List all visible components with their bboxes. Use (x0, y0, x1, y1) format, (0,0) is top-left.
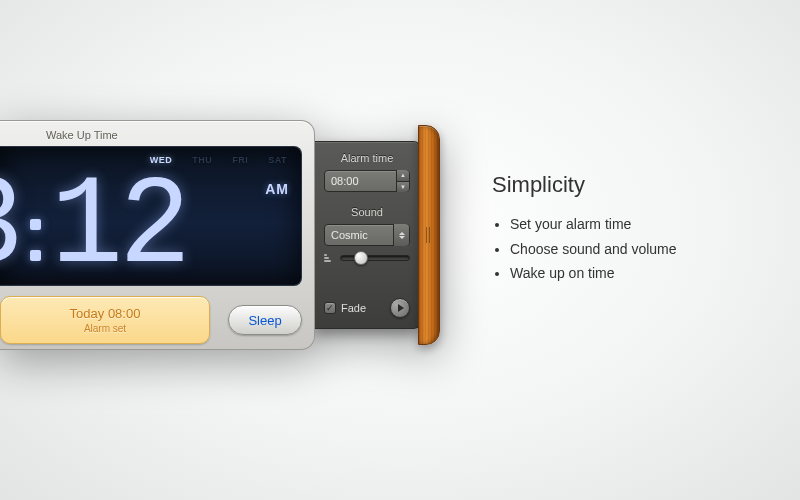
marketing-bullet-3: Wake up on time (510, 261, 677, 286)
fade-label: Fade (341, 302, 366, 314)
alarm-status-pill[interactable]: Today 08:00 Alarm set (0, 296, 210, 344)
alarm-status-main: Today 08:00 (70, 306, 141, 321)
sound-label: Sound (324, 206, 410, 218)
marketing-list: Set your alarm time Choose sound and vol… (492, 212, 677, 286)
volume-thumb[interactable] (354, 251, 368, 265)
ampm-indicator: AM (265, 181, 289, 197)
settings-drawer: Alarm time 08:00 ▲ ▼ Sound Cosmic ✓ Fade (315, 141, 420, 329)
alarm-clock-widget: Wake Up Time WED THU FRI SAT 3 12 AM Tod… (0, 120, 440, 350)
hour-digit: 3 (0, 177, 20, 278)
clock-body: Wake Up Time WED THU FRI SAT 3 12 AM Tod… (0, 120, 315, 350)
drawer-bottom-row: ✓ Fade (324, 298, 410, 318)
weekday-sat: SAT (268, 155, 287, 165)
marketing-panel: Simplicity Set your alarm time Choose so… (492, 172, 677, 286)
alarm-time-field[interactable]: 08:00 ▲ ▼ (324, 170, 410, 192)
drawer-handle[interactable] (418, 125, 440, 345)
marketing-bullet-1: Set your alarm time (510, 212, 677, 237)
stepper-down[interactable]: ▼ (397, 182, 409, 193)
time-colon (20, 219, 51, 275)
play-button[interactable] (390, 298, 410, 318)
marketing-bullet-2: Choose sound and volume (510, 237, 677, 262)
fade-checkbox[interactable]: ✓ Fade (324, 302, 366, 314)
sound-value: Cosmic (331, 229, 368, 241)
time-digits: 3 12 (0, 147, 197, 285)
checkbox-icon: ✓ (324, 302, 336, 314)
sleep-button-label: Sleep (248, 313, 281, 328)
sleep-button[interactable]: Sleep (228, 305, 302, 335)
volume-slider[interactable] (340, 255, 410, 261)
alarm-time-stepper[interactable]: ▲ ▼ (396, 170, 409, 192)
alarm-time-value: 08:00 (331, 175, 359, 187)
stepper-up[interactable]: ▲ (397, 170, 409, 182)
volume-row (324, 254, 410, 262)
clock-bottom-row: Today 08:00 Alarm set Sleep (0, 296, 302, 344)
alarm-time-label: Alarm time (324, 152, 410, 164)
chevron-updown-icon[interactable] (393, 224, 409, 246)
lcd-display: WED THU FRI SAT 3 12 AM (0, 146, 302, 286)
marketing-heading: Simplicity (492, 172, 677, 198)
alarm-status-sub: Alarm set (84, 323, 126, 334)
volume-icon (324, 254, 334, 262)
minute-digits: 12 (51, 177, 187, 278)
weekday-fri: FRI (232, 155, 248, 165)
window-title: Wake Up Time (0, 129, 302, 146)
sound-select[interactable]: Cosmic (324, 224, 410, 246)
